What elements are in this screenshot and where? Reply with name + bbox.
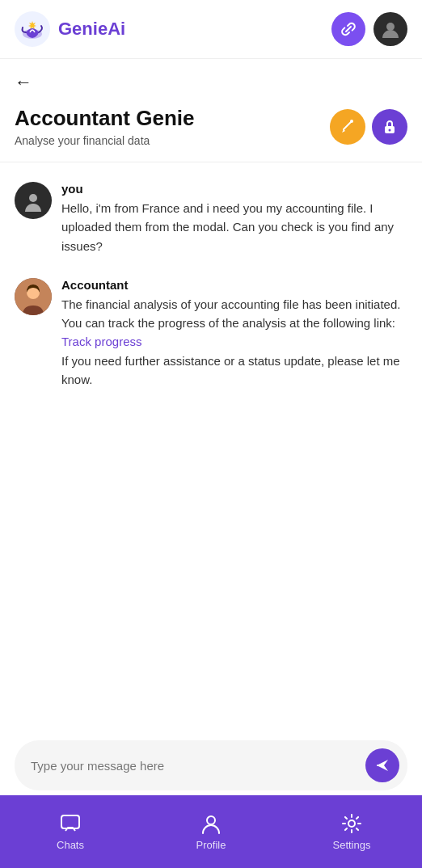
agent-info: Accountant Genie Analyse your financial … <box>15 106 320 147</box>
input-wrapper <box>15 740 407 790</box>
clear-chat-button[interactable] <box>330 109 365 145</box>
svg-rect-9 <box>61 815 79 828</box>
accountant-message-text: The financial analysis of your accountin… <box>61 295 407 389</box>
msg-text-before-link: The financial analysis of your accountin… <box>61 297 400 330</box>
agent-description: Analyse your financial data <box>15 134 320 147</box>
accountant-sender-label: Accountant <box>61 278 407 292</box>
send-icon <box>374 757 390 773</box>
accountant-avatar <box>15 278 52 315</box>
back-arrow-icon: ← <box>15 72 32 92</box>
settings-nav-icon <box>341 813 362 834</box>
send-button[interactable] <box>365 748 399 782</box>
message-accountant: Accountant The financial analysis of you… <box>15 278 407 389</box>
link-button[interactable] <box>331 12 365 46</box>
nav-item-chats[interactable]: Chats <box>0 805 141 859</box>
profile-nav-icon <box>200 813 222 834</box>
nav-item-settings[interactable]: Settings <box>281 805 422 859</box>
chat-icon <box>60 813 81 834</box>
broom-icon <box>339 118 357 136</box>
profile-icon <box>200 813 222 834</box>
lock-button[interactable] <box>372 109 407 145</box>
user-sender-label: you <box>61 182 407 196</box>
app-header: GenieAi <box>0 0 422 59</box>
agent-name: Accountant Genie <box>15 106 320 131</box>
nav-label-profile: Profile <box>196 839 226 851</box>
app-logo: GenieAi <box>15 11 125 47</box>
svg-point-3 <box>350 120 353 123</box>
app-title: GenieAi <box>58 19 125 40</box>
settings-icon <box>341 813 362 834</box>
bottom-nav: Chats Profile Settings <box>0 795 422 868</box>
user-avatar <box>15 182 52 219</box>
input-area <box>0 732 422 803</box>
user-message-body: you Hello, i'm from France and i need yo… <box>61 182 407 255</box>
avatar-icon <box>380 19 401 40</box>
user-message-text: Hello, i'm from France and i need you my… <box>61 199 407 255</box>
message-user: you Hello, i'm from France and i need yo… <box>15 182 407 255</box>
svg-point-6 <box>29 194 37 202</box>
genie-lamp-icon <box>15 11 50 47</box>
chat-nav-icon <box>60 813 81 834</box>
svg-point-5 <box>389 129 391 132</box>
msg-text-after-link: If you need further assistance or a stat… <box>61 354 400 386</box>
page-content: ← Accountant Genie Analyse your financia… <box>0 59 422 868</box>
user-avatar-icon <box>22 189 44 212</box>
user-avatar-header[interactable] <box>373 12 407 46</box>
nav-label-settings: Settings <box>333 839 371 851</box>
header-actions <box>331 12 407 46</box>
back-button[interactable]: ← <box>0 59 422 99</box>
message-input[interactable] <box>31 759 357 773</box>
lock-icon <box>381 118 399 136</box>
track-progress-link[interactable]: Track progress <box>61 335 141 348</box>
nav-label-chats: Chats <box>57 839 84 851</box>
chain-icon <box>340 20 357 38</box>
svg-point-11 <box>348 820 355 827</box>
accountant-message-body: Accountant The financial analysis of you… <box>61 278 407 389</box>
accountant-avatar-icon <box>15 278 52 315</box>
agent-action-buttons <box>330 109 407 145</box>
svg-point-2 <box>386 23 395 31</box>
agent-header: Accountant Genie Analyse your financial … <box>0 99 422 162</box>
chat-area: you Hello, i'm from France and i need yo… <box>0 162 422 732</box>
nav-item-profile[interactable]: Profile <box>141 805 281 859</box>
svg-point-10 <box>207 816 215 824</box>
